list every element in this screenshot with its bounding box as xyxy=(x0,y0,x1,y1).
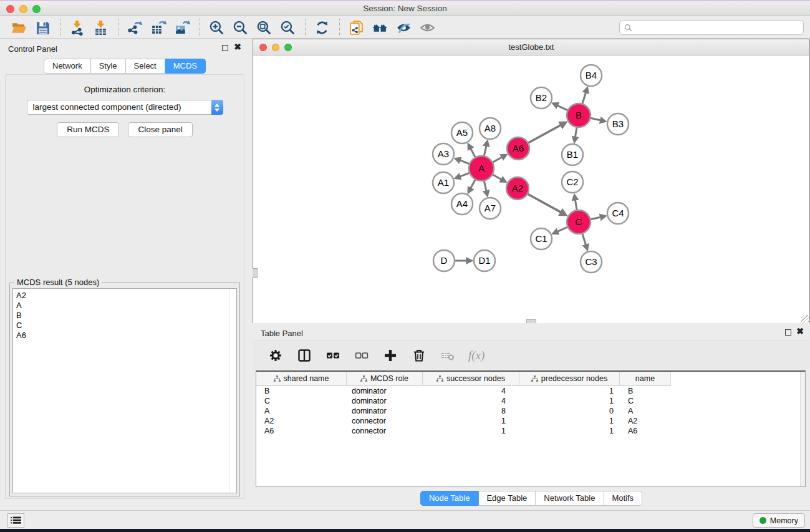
table-row[interactable]: Bdominator41B xyxy=(256,386,805,396)
close-panel-icon[interactable]: ✖ xyxy=(796,326,804,336)
save-session-icon[interactable] xyxy=(32,18,52,37)
graph-node-A7[interactable]: A7 xyxy=(480,198,501,219)
search-input[interactable] xyxy=(635,23,799,32)
import-table-icon[interactable] xyxy=(90,18,110,37)
close-view-icon[interactable] xyxy=(259,44,267,51)
graph-node-D[interactable]: D xyxy=(433,250,455,271)
show-panel-icon[interactable] xyxy=(417,18,437,37)
network-canvas[interactable]: B4B2BB3A8A5A6B1A3AA1C2A2A4A7C4CC1C3DD1 xyxy=(253,56,809,323)
graph-node-D1[interactable]: D1 xyxy=(474,250,495,271)
svg-text:B4: B4 xyxy=(586,70,597,80)
graph-node-A8[interactable]: A8 xyxy=(480,118,501,139)
refresh-layout-icon[interactable] xyxy=(312,18,332,37)
graph-node-A[interactable]: A xyxy=(469,156,494,181)
graph-node-A4[interactable]: A4 xyxy=(451,193,473,215)
home-icon[interactable] xyxy=(370,18,390,37)
svg-text:C: C xyxy=(576,216,582,227)
svg-text:B3: B3 xyxy=(612,118,624,129)
import-network-icon[interactable] xyxy=(67,18,87,37)
zoom-window-icon[interactable] xyxy=(32,5,41,13)
zoom-fit-icon[interactable] xyxy=(254,18,274,37)
resize-grip[interactable] xyxy=(801,315,809,323)
table-row[interactable]: Cdominator41C xyxy=(256,396,805,406)
column-header-mcds-role[interactable]: MCDS role xyxy=(347,372,423,386)
shared-column-icon xyxy=(360,375,367,382)
table-scrollbar[interactable] xyxy=(800,372,805,486)
graph-node-A1[interactable]: A1 xyxy=(433,172,454,193)
table-row[interactable]: A6connector11A6 xyxy=(256,426,805,436)
graph-node-C1[interactable]: C1 xyxy=(531,228,552,249)
graph-node-A6[interactable]: A6 xyxy=(507,137,529,160)
list-item[interactable]: A xyxy=(16,301,236,311)
run-mcds-button[interactable]: Run MCDS xyxy=(57,122,119,137)
list-item[interactable]: C xyxy=(16,321,236,331)
graph-node-B2[interactable]: B2 xyxy=(531,87,552,109)
column-header-successor-nodes[interactable]: successor nodes xyxy=(423,372,519,386)
graph-node-B1[interactable]: B1 xyxy=(562,144,583,165)
table-settings-gear-icon[interactable] xyxy=(268,347,284,364)
tab-mcds[interactable]: MCDS xyxy=(165,59,206,74)
svg-text:A8: A8 xyxy=(485,123,496,133)
svg-text:A6: A6 xyxy=(513,143,524,153)
zoom-out-icon[interactable] xyxy=(230,18,250,37)
graph-node-C[interactable]: C xyxy=(567,210,591,234)
minimize-window-icon[interactable] xyxy=(19,5,27,13)
criterion-dropdown[interactable]: largest connected component (directed) xyxy=(27,100,223,115)
graph-node-C3[interactable]: C3 xyxy=(581,251,602,273)
graph-node-A5[interactable]: A5 xyxy=(451,122,473,143)
graph-node-C2[interactable]: C2 xyxy=(562,172,583,193)
tab-network[interactable]: Network xyxy=(44,59,91,74)
zoom-selected-icon[interactable] xyxy=(277,18,297,37)
splitter-handle[interactable] xyxy=(253,268,258,278)
svg-text:A4: A4 xyxy=(456,198,468,209)
list-item[interactable]: B xyxy=(16,311,236,321)
list-item[interactable]: A2 xyxy=(16,291,236,301)
float-panel-icon[interactable] xyxy=(222,45,228,51)
column-header-predecessor-nodes[interactable]: predecessor nodes xyxy=(519,372,620,386)
table-row[interactable]: A2connector11A2 xyxy=(256,416,805,426)
export-image-icon[interactable] xyxy=(172,18,192,37)
tab-motifs[interactable]: Motifs xyxy=(604,491,642,506)
graph-node-C4[interactable]: C4 xyxy=(607,203,629,224)
open-file-icon[interactable] xyxy=(9,18,29,37)
mcds-result-group: MCDS result (5 nodes) A2 A B C A6 xyxy=(9,283,240,496)
column-view-icon[interactable] xyxy=(296,347,312,364)
close-panel-icon[interactable]: ✖ xyxy=(233,42,242,52)
shared-column-icon xyxy=(274,375,281,382)
graph-node-B[interactable]: B xyxy=(567,104,591,127)
tab-select[interactable]: Select xyxy=(126,59,165,74)
tab-node-table[interactable]: Node Table xyxy=(420,491,479,506)
select-all-columns-icon[interactable] xyxy=(325,347,341,364)
tab-network-table[interactable]: Network Table xyxy=(536,491,604,506)
zoom-view-icon[interactable] xyxy=(284,44,292,51)
close-window-icon[interactable] xyxy=(6,5,14,13)
zoom-in-icon[interactable] xyxy=(206,18,226,37)
unselect-all-columns-icon[interactable] xyxy=(354,347,370,364)
hide-panel-icon[interactable] xyxy=(393,18,413,37)
network-window-titlebar[interactable]: testGlobe.txt xyxy=(253,39,809,56)
memory-button[interactable]: Memory xyxy=(753,513,805,528)
table-row[interactable]: Adominator80A xyxy=(256,406,805,416)
graph-node-B3[interactable]: B3 xyxy=(607,114,629,135)
float-panel-icon[interactable] xyxy=(785,329,791,336)
tab-style[interactable]: Style xyxy=(91,59,126,74)
svg-text:B1: B1 xyxy=(567,149,578,160)
delete-column-icon[interactable] xyxy=(411,347,427,364)
mcds-tab-content: Optimization criterion: largest connecte… xyxy=(5,74,244,499)
export-network-icon[interactable] xyxy=(125,18,145,37)
graph-node-A3[interactable]: A3 xyxy=(433,143,454,165)
graph-node-A2[interactable]: A2 xyxy=(506,177,529,200)
column-header-name[interactable]: name xyxy=(620,372,671,386)
create-column-icon[interactable] xyxy=(382,347,398,364)
column-header-shared-name[interactable]: shared name xyxy=(256,372,347,386)
graph-node-B4[interactable]: B4 xyxy=(581,65,602,86)
close-panel-button[interactable]: Close panel xyxy=(128,122,192,137)
minimize-view-icon[interactable] xyxy=(272,44,279,51)
task-history-button[interactable] xyxy=(7,513,24,528)
clone-network-icon[interactable] xyxy=(346,18,366,37)
svg-text:D: D xyxy=(441,255,448,266)
tab-edge-table[interactable]: Edge Table xyxy=(478,491,536,506)
svg-text:B2: B2 xyxy=(536,92,547,103)
export-table-icon[interactable] xyxy=(148,18,168,37)
list-item[interactable]: A6 xyxy=(16,331,236,341)
